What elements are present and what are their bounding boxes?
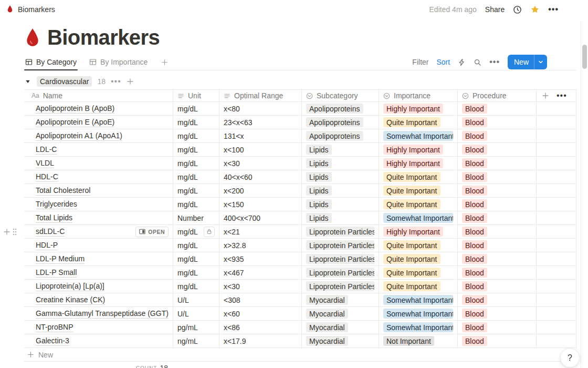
- cell-optimal-range[interactable]: x>32.8: [219, 239, 302, 252]
- cell-procedure[interactable]: Blood: [458, 116, 537, 129]
- cell-subcategory[interactable]: Lipids: [302, 157, 379, 170]
- cell-name[interactable]: sdLDL-COPEN: [24, 225, 173, 238]
- cell-subcategory[interactable]: Lipoprotein Particles: [302, 280, 379, 293]
- cell-importance[interactable]: Quite Important: [379, 252, 458, 265]
- cell-importance[interactable]: Somewhat Important: [379, 129, 458, 142]
- cell-procedure[interactable]: Blood: [458, 129, 537, 142]
- drag-handle-icon[interactable]: [12, 228, 17, 236]
- cell-name[interactable]: Galectin-3: [24, 334, 173, 347]
- scrollbar-thumb[interactable]: [582, 45, 587, 69]
- cell-unit[interactable]: mg/dL: [173, 280, 219, 293]
- cell-optimal-range[interactable]: x<30: [219, 157, 302, 170]
- table-row-total-lipids[interactable]: Total LipidsNumber400<x<700LipidsSomewha…: [24, 211, 576, 225]
- cell-procedure[interactable]: Blood: [458, 102, 537, 115]
- table-row-ldl-p-small[interactable]: LDL-P Smallmg/dLx<467Lipoprotein Particl…: [24, 266, 576, 280]
- cell-optimal-range[interactable]: x<86: [219, 321, 302, 334]
- open-page-button[interactable]: OPEN: [135, 227, 169, 237]
- column-header-importance[interactable]: Importance: [379, 90, 458, 101]
- cell-optimal-range[interactable]: x<200: [219, 184, 302, 197]
- cell-unit[interactable]: mg/dL: [173, 184, 219, 197]
- cell-name[interactable]: Gamma-Glutamyl Transpeptidase (GGT): [24, 307, 173, 320]
- group-more-icon[interactable]: •••: [111, 77, 121, 86]
- table-row-apolipoprotein-b-apob[interactable]: Apolipoprotein B (ApoB)mg/dLx<80Apolipop…: [24, 102, 576, 116]
- cell-importance[interactable]: Highly Important: [379, 102, 458, 115]
- cell-optimal-range[interactable]: x<21: [219, 225, 302, 238]
- cell-procedure[interactable]: Blood: [458, 307, 537, 320]
- help-button[interactable]: ?: [560, 348, 580, 367]
- cell-unit[interactable]: mg/dL: [173, 157, 219, 170]
- table-row-apolipoprotein-e-apoe[interactable]: Apolipoprotein E (ApoE)mg/dL23<x<63Apoli…: [24, 116, 576, 129]
- table-row-gamma-glutamyl-transpeptidase-ggt[interactable]: Gamma-Glutamyl Transpeptidase (GGT)U/Lx<…: [24, 307, 576, 321]
- column-header-procedure[interactable]: Procedure: [458, 90, 537, 101]
- add-property-icon[interactable]: [542, 92, 549, 99]
- cell-importance[interactable]: Highly Important: [379, 225, 458, 238]
- tab-by-importance[interactable]: By Importance: [88, 54, 149, 70]
- cell-importance[interactable]: Quite Important: [379, 266, 458, 279]
- cell-name[interactable]: Triglycerides: [24, 198, 173, 211]
- cell-subcategory[interactable]: Lipoprotein Particles: [302, 266, 379, 279]
- table-row-galectin-3[interactable]: Galectin-3ng/mLx<17.9MyocardialNot Impor…: [24, 334, 576, 348]
- cell-importance[interactable]: Quite Important: [379, 198, 458, 211]
- cell-subcategory[interactable]: Lipoprotein Particles: [302, 225, 379, 238]
- table-row-hdl-p[interactable]: HDL-Pmg/dLx>32.8Lipoprotein ParticlesQui…: [24, 239, 576, 252]
- cell-name[interactable]: LDL-P Medium: [24, 252, 173, 265]
- cell-unit[interactable]: mg/dL: [173, 225, 219, 238]
- updates-clock-icon[interactable]: [513, 5, 522, 14]
- table-row-sdldl-c[interactable]: sdLDL-COPENmg/dLx<21Lipoprotein Particle…: [24, 225, 576, 239]
- cell-importance[interactable]: Quite Important: [379, 170, 458, 183]
- cell-procedure[interactable]: Blood: [458, 239, 537, 252]
- cell-importance[interactable]: Quite Important: [379, 280, 458, 293]
- cell-subcategory[interactable]: Myocardial: [302, 293, 379, 306]
- cell-procedure[interactable]: Blood: [458, 143, 537, 156]
- favorite-star-icon[interactable]: [530, 5, 540, 14]
- cell-name[interactable]: Apolipoprotein E (ApoE): [24, 116, 173, 129]
- cell-name[interactable]: VLDL: [24, 157, 173, 170]
- share-button[interactable]: Share: [485, 5, 505, 14]
- breadcrumb[interactable]: Biomarkers: [6, 5, 55, 15]
- column-header-unit[interactable]: Unit: [173, 90, 219, 101]
- cell-name[interactable]: Creatine Kinase (CK): [24, 293, 173, 306]
- calc-row[interactable]: COUNT 18: [24, 362, 173, 368]
- cell-subcategory[interactable]: Apolipoproteins: [302, 102, 379, 115]
- column-header-optimal-range[interactable]: Optimal Range: [219, 90, 302, 101]
- cell-optimal-range[interactable]: x<17.9: [219, 334, 302, 347]
- cell-optimal-range[interactable]: <308: [219, 293, 302, 306]
- cell-procedure[interactable]: Blood: [458, 280, 537, 293]
- new-dropdown-chevron-icon[interactable]: [534, 55, 547, 69]
- cell-importance[interactable]: Somewhat Important: [379, 307, 458, 320]
- search-icon[interactable]: [474, 58, 481, 66]
- cell-unit[interactable]: mg/dL: [173, 198, 219, 211]
- cell-importance[interactable]: Highly Important: [379, 157, 458, 170]
- cell-name[interactable]: Apolipoprotein A1 (ApoA1): [24, 129, 173, 142]
- more-options-icon[interactable]: •••: [548, 5, 559, 14]
- cell-optimal-range[interactable]: 131<x: [219, 129, 302, 142]
- cell-subcategory[interactable]: Lipids: [302, 143, 379, 156]
- cell-subcategory[interactable]: Lipids: [302, 198, 379, 211]
- cell-unit[interactable]: Number: [173, 211, 219, 224]
- cell-unit[interactable]: mg/dL: [173, 252, 219, 265]
- lock-icon[interactable]: [204, 227, 215, 237]
- column-header-name[interactable]: AaName: [24, 90, 173, 101]
- cell-optimal-range[interactable]: x<467: [219, 266, 302, 279]
- cell-name[interactable]: Apolipoprotein B (ApoB): [24, 102, 173, 115]
- table-row-apolipoprotein-a1-apoa1[interactable]: Apolipoprotein A1 (ApoA1)mg/dL131<xApoli…: [24, 129, 576, 143]
- cell-procedure[interactable]: Blood: [458, 266, 537, 279]
- cell-name[interactable]: LDL-P Small: [24, 266, 173, 279]
- cell-optimal-range[interactable]: x<100: [219, 143, 302, 156]
- cell-subcategory[interactable]: Myocardial: [302, 307, 379, 320]
- filter-button[interactable]: Filter: [412, 58, 428, 66]
- cell-optimal-range[interactable]: 400<x<700: [219, 211, 302, 224]
- cell-subcategory[interactable]: Lipoprotein Particles: [302, 239, 379, 252]
- cell-name[interactable]: Total Cholesterol: [24, 184, 173, 197]
- cell-importance[interactable]: Highly Important: [379, 143, 458, 156]
- cell-subcategory[interactable]: Myocardial: [302, 334, 379, 347]
- cell-importance[interactable]: Somewhat Important: [379, 211, 458, 224]
- cell-unit[interactable]: ng/mL: [173, 334, 219, 347]
- column-header-subcategory[interactable]: Subcategory: [302, 90, 379, 101]
- cell-procedure[interactable]: Blood: [458, 211, 537, 224]
- cell-importance[interactable]: Quite Important: [379, 184, 458, 197]
- tab-by-category[interactable]: By Category: [24, 54, 78, 70]
- view-more-icon[interactable]: •••: [489, 58, 500, 66]
- table-row-nt-probnp[interactable]: NT-proBNPpg/mLx<86MyocardialSomewhat Imp…: [24, 321, 576, 334]
- cell-procedure[interactable]: Blood: [458, 321, 537, 334]
